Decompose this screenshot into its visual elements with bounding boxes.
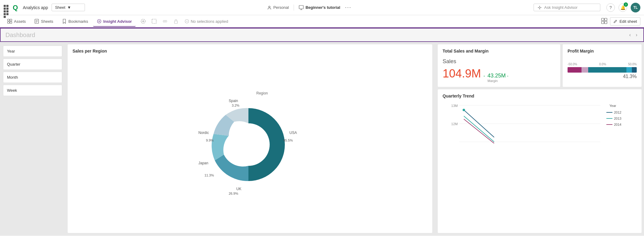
- quarterly-trend-card: Quarterly Trend 13M 12M: [438, 89, 642, 233]
- sheet-chevron-icon: ▼: [67, 5, 71, 10]
- total-sales-card: Total Sales and Margin Sales 104.9M - 43…: [438, 44, 560, 87]
- insight-advisor-search[interactable]: Ask Insight Advisor: [534, 4, 600, 11]
- japan-pct: 11.3%: [204, 173, 214, 177]
- svg-rect-12: [174, 21, 177, 23]
- insight-placeholder: Ask Insight Advisor: [544, 5, 578, 10]
- grid-view-icon[interactable]: [601, 18, 608, 25]
- trend-chart: 13M 12M: [443, 101, 637, 143]
- axis-neg: -50.0%: [568, 63, 577, 66]
- toggle-icon[interactable]: [160, 17, 170, 26]
- margin-value: 43.25M -: [487, 73, 508, 79]
- margin-label: Margin: [487, 79, 508, 83]
- japan-segment: [212, 134, 229, 160]
- insight-advisor-nav[interactable]: Insight Advisor: [93, 16, 136, 27]
- total-sales-title: Total Sales and Margin: [443, 49, 555, 53]
- trend-svg: 13M 12M: [443, 101, 637, 143]
- margin-dash: -: [507, 74, 508, 78]
- profit-bar-neg: [568, 67, 582, 73]
- bookmarks-nav[interactable]: Bookmarks: [58, 16, 92, 26]
- dash-separator: -: [484, 73, 485, 79]
- edit-sheet-button[interactable]: Edit sheet: [610, 17, 640, 26]
- lasso-select-icon[interactable]: [138, 17, 148, 26]
- profit-margin-card: Profit Margin -50.0% 0.0% 50.0% 41.3: [563, 44, 642, 87]
- notification-badge: 3: [624, 2, 628, 7]
- center-panel: Sales per Region Region: [65, 42, 435, 235]
- profit-axis: -50.0% 0.0% 50.0%: [568, 63, 637, 66]
- sales-per-region-title: Sales per Region: [72, 49, 427, 53]
- svg-point-11: [165, 20, 167, 22]
- tutorial-label: Beginner's tutorial: [305, 5, 340, 10]
- profit-bar-mid: [582, 67, 588, 73]
- usa-label: USA: [289, 131, 297, 135]
- usa-segment2: [248, 145, 285, 181]
- prev-sheet-arrow[interactable]: ‹: [628, 32, 632, 38]
- top-bar: Q Analytics app Sheet ▼ Personal Beginne…: [0, 0, 644, 15]
- top-icons: ? 🔔 3 TL: [606, 3, 640, 12]
- sales-number: 104.9M: [443, 67, 481, 80]
- sheets-label: Sheets: [41, 19, 53, 24]
- main-content: Year Quarter Month Week Sales per Region…: [0, 42, 644, 235]
- svg-rect-5: [10, 22, 12, 23]
- sheet-label: Sheet: [55, 5, 65, 10]
- sheet-selector[interactable]: Sheet ▼: [52, 4, 85, 11]
- assets-nav[interactable]: Assets: [4, 16, 29, 26]
- uk-label: UK: [236, 187, 241, 191]
- dashboard-title: Dashboard: [5, 32, 35, 39]
- legend-2012: 2012: [614, 111, 621, 114]
- svg-rect-15: [605, 18, 607, 21]
- more-options-button[interactable]: ···: [345, 4, 352, 11]
- dashboard-arrows: ‹ ›: [628, 32, 639, 38]
- margin-number: 43.25M: [487, 73, 506, 79]
- sales-value: 104.9M - 43.25M - Margin: [443, 67, 555, 83]
- sheets-icon: [34, 19, 39, 24]
- qlik-logo: Q: [13, 4, 18, 12]
- bookmarks-label: Bookmarks: [69, 19, 88, 24]
- svg-rect-4: [8, 22, 9, 23]
- notifications-button[interactable]: 🔔 3: [619, 3, 627, 12]
- svg-rect-17: [605, 21, 607, 24]
- legend-2014: 2014: [614, 123, 621, 126]
- edit-sheet-label: Edit sheet: [619, 19, 637, 24]
- legend-title: Year: [609, 104, 616, 108]
- profit-pct: 41.3%: [568, 74, 637, 79]
- quarter-filter[interactable]: Quarter: [3, 59, 62, 70]
- donut-chart: Region: [189, 85, 311, 198]
- personal-label: Personal: [273, 5, 289, 10]
- trend-2014: [464, 119, 494, 143]
- trend-2012-dot: [463, 109, 465, 111]
- monitor-icon: [299, 5, 304, 10]
- assets-icon: [7, 19, 12, 24]
- help-button[interactable]: ?: [606, 3, 615, 12]
- apps-grid-icon[interactable]: [4, 5, 9, 10]
- person-icon: [267, 5, 271, 10]
- second-bar-right: Edit sheet: [601, 17, 640, 26]
- sheets-nav[interactable]: Sheets: [31, 16, 57, 26]
- nordic-label: Nordic: [198, 131, 209, 135]
- uk-pct: 26.9%: [229, 192, 238, 195]
- bookmarks-icon: [62, 19, 67, 24]
- y-label-13m: 13M: [451, 104, 458, 108]
- top-bar-center: Personal Beginner's tutorial ···: [267, 4, 352, 11]
- user-avatar[interactable]: TL: [631, 3, 640, 12]
- svg-point-0: [268, 6, 270, 8]
- spain-label: Spain: [229, 99, 238, 103]
- next-sheet-arrow[interactable]: ›: [635, 32, 639, 38]
- lock-icon[interactable]: [171, 17, 181, 26]
- legend-2013: 2013: [614, 117, 621, 120]
- tutorial-button[interactable]: Beginner's tutorial: [299, 5, 340, 10]
- no-selections-icon: [185, 19, 189, 23]
- svg-rect-1: [299, 5, 303, 9]
- rectangle-select-icon[interactable]: [149, 17, 159, 26]
- axis-pos: 50.0%: [628, 63, 637, 66]
- year-filter[interactable]: Year: [3, 46, 62, 57]
- japan-label: Japan: [198, 161, 208, 165]
- svg-rect-3: [10, 19, 12, 21]
- week-filter[interactable]: Week: [3, 85, 62, 96]
- quarterly-trend-title: Quarterly Trend: [443, 94, 637, 98]
- y-label-12m: 12M: [451, 122, 458, 126]
- profit-margin-title: Profit Margin: [568, 49, 637, 53]
- svg-rect-2: [8, 19, 9, 21]
- personal-button[interactable]: Personal: [267, 5, 289, 10]
- assets-label: Assets: [14, 19, 26, 24]
- month-filter[interactable]: Month: [3, 72, 62, 83]
